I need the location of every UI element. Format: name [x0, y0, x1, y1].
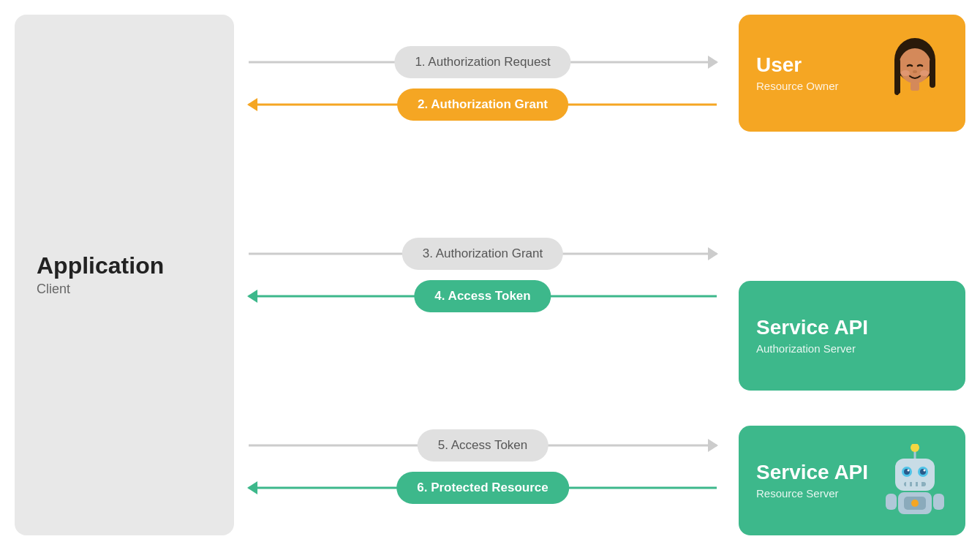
section-gap-1 [249, 168, 717, 190]
diagram-container: Application Client 1. Authorization Requ… [0, 0, 980, 550]
svg-rect-18 [906, 482, 910, 486]
client-subtitle: Client [37, 282, 70, 297]
arrow-2-head [247, 98, 257, 111]
card-user-title: User [756, 54, 875, 77]
card-user: User Resource Owner [739, 15, 965, 132]
card-resource-server: Service API Resource Server [739, 426, 965, 535]
arrow-1-pill: 1. Authorization Request [394, 46, 570, 78]
card-auth-server-text: Service API Authorization Server [756, 317, 948, 355]
arrow-2-pill: 2. Authorization Grant [397, 88, 568, 121]
svg-point-6 [920, 70, 929, 76]
arrow-3-wrapper: 3. Authorization Grant [249, 238, 717, 270]
arrow-2-wrapper: 2. Authorization Grant [249, 88, 717, 121]
arrow-4-head [247, 290, 257, 303]
svg-rect-19 [912, 482, 916, 486]
flow-section-1: 1. Authorization Request 2. Authorizatio… [249, 46, 717, 121]
svg-point-4 [913, 70, 917, 73]
svg-rect-20 [918, 482, 921, 486]
svg-rect-3 [930, 59, 935, 88]
robot-avatar-icon [882, 444, 948, 517]
user-avatar-icon [882, 37, 948, 110]
client-title: Application [37, 253, 164, 279]
svg-point-16 [924, 470, 926, 472]
svg-rect-7 [911, 82, 919, 91]
right-panels: User Resource Owner [731, 0, 980, 550]
arrow-6-pill: 6. Protected Resource [396, 472, 569, 504]
arrow-5-head [708, 439, 718, 452]
card-user-subtitle: Resource Owner [756, 80, 875, 92]
arrow-4-wrapper: 4. Access Token [249, 280, 717, 312]
arrow-6-wrapper: 6. Protected Resource [249, 472, 717, 504]
arrow-4-pill: 4. Access Token [414, 280, 551, 312]
flow-section-2: 3. Authorization Grant 4. Access Token [249, 238, 717, 312]
arrow-6-head [247, 481, 257, 494]
section-gap-2 [249, 360, 717, 382]
svg-point-5 [901, 70, 910, 76]
card-resource-server-title: Service API [756, 462, 875, 484]
svg-point-23 [911, 500, 919, 507]
arrow-3-head [708, 247, 718, 260]
arrow-3-pill: 3. Authorization Grant [402, 238, 563, 270]
svg-rect-25 [933, 494, 944, 510]
arrow-1-head [708, 56, 718, 69]
client-panel: Application Client [15, 15, 234, 535]
arrow-1-wrapper: 1. Authorization Request [249, 46, 717, 78]
cards-spacer-1 [739, 143, 965, 269]
svg-rect-2 [894, 59, 900, 95]
card-user-text: User Resource Owner [756, 54, 875, 92]
flow-section-3: 5. Access Token 6. Protected Resource [249, 429, 717, 504]
card-resource-server-subtitle: Resource Server [756, 487, 875, 500]
card-auth-server: Service API Authorization Server [739, 281, 965, 391]
card-auth-server-title: Service API [756, 317, 948, 339]
svg-rect-24 [886, 494, 897, 510]
svg-point-9 [911, 444, 919, 452]
flow-area: 1. Authorization Request 2. Authorizatio… [234, 0, 731, 550]
arrow-5-wrapper: 5. Access Token [249, 429, 717, 462]
svg-point-15 [908, 470, 910, 472]
card-auth-server-subtitle: Authorization Server [756, 342, 948, 355]
cards-spacer-2 [739, 402, 965, 414]
card-resource-server-text: Service API Resource Server [756, 462, 875, 500]
arrow-5-pill: 5. Access Token [418, 429, 549, 462]
